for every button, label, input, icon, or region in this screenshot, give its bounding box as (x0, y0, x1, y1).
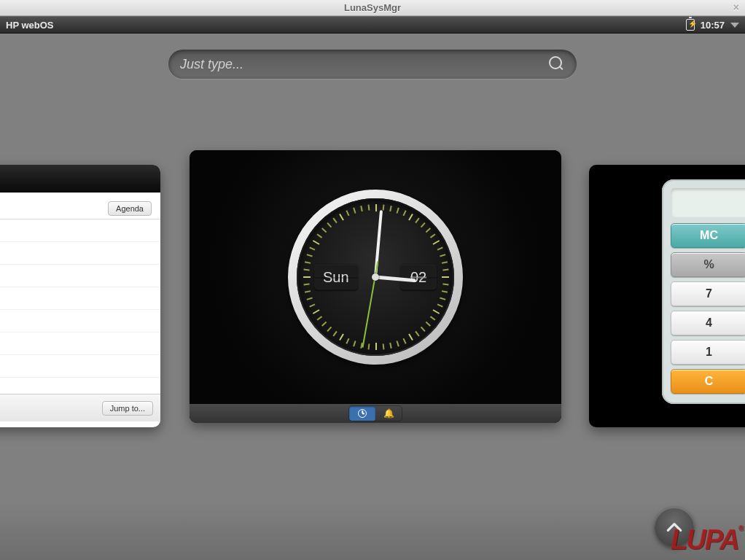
second-hand (362, 277, 375, 348)
agenda-button[interactable]: Agenda (108, 201, 152, 216)
clock-tick (317, 233, 323, 238)
status-time: 10:57 (701, 20, 725, 31)
dock-area: LUPA® (0, 502, 745, 560)
clock-tick (332, 218, 337, 224)
clock-tick (389, 343, 392, 349)
just-type-search[interactable] (168, 50, 577, 79)
clock-tick (307, 297, 313, 300)
clock-tick (432, 309, 440, 314)
clock-day-flap: Sun (314, 265, 358, 290)
clock-tick (368, 343, 370, 349)
clock-tick (309, 246, 315, 250)
clock-tick (415, 331, 419, 337)
clock-tick (442, 261, 448, 264)
clock-tick (346, 210, 349, 216)
calculator-display (671, 188, 745, 217)
clock-tick (442, 290, 448, 293)
clock-tick (383, 204, 385, 210)
card-calculator[interactable]: MC M % 7 8 4 5 1 2 (589, 165, 745, 427)
clock-tick (440, 297, 445, 300)
clock-center-pin (372, 273, 379, 281)
jump-to-button[interactable]: Jump to... (102, 401, 153, 416)
clock-tick (421, 327, 426, 332)
clock-tick (313, 240, 320, 245)
key-4[interactable]: 4 (671, 311, 745, 335)
card-clock[interactable]: Sun 02 🔔 (190, 150, 561, 423)
calendar-day-grid[interactable] (0, 219, 160, 394)
search-icon (549, 56, 565, 72)
clock-tick (389, 206, 392, 211)
host-window-title: LunaSysMgr (344, 2, 401, 13)
clock-tick (375, 204, 377, 211)
calculator-body: MC M % 7 8 4 5 1 2 (662, 179, 745, 404)
clock-tick (332, 331, 337, 337)
clock-tick (303, 276, 311, 278)
clock-tick (408, 214, 413, 221)
clock-tick (396, 341, 399, 346)
key-mc[interactable]: MC (671, 223, 745, 248)
webos-status-bar[interactable]: HP webOS ⚡ 10:57 (0, 16, 745, 34)
key-clear[interactable]: C (671, 369, 745, 394)
clock-tick (415, 218, 419, 224)
clock-tick (307, 254, 313, 257)
clock-tick (403, 210, 407, 216)
clock-tick (360, 206, 363, 211)
clock-tick (375, 343, 377, 350)
clock-tick (321, 228, 327, 233)
minute-hand (374, 210, 383, 277)
launcher-button[interactable] (655, 508, 694, 547)
clock-tick (339, 333, 344, 341)
analog-clock-face: Sun 02 (297, 198, 454, 356)
clock-tick (426, 228, 431, 233)
calendar-leather-header (0, 165, 160, 192)
clock-tick (321, 322, 327, 327)
close-icon[interactable]: × (733, 1, 739, 13)
clock-tick (442, 276, 449, 278)
clock-tab-bar: 🔔 (190, 404, 561, 423)
clock-icon (358, 409, 367, 418)
clock-tick (346, 338, 349, 344)
chevron-up-icon (665, 518, 684, 537)
clock-tick (353, 208, 356, 214)
clock-tick (403, 338, 407, 344)
host-window-titlebar: LunaSysMgr × (0, 0, 745, 16)
clock-bezel: Sun 02 (288, 190, 463, 365)
tab-clock[interactable] (349, 406, 375, 421)
clock-tick (396, 208, 399, 214)
bell-icon: 🔔 (383, 408, 394, 419)
chevron-down-icon[interactable] (730, 23, 739, 28)
clock-tick (437, 246, 443, 250)
clock-tick (317, 316, 323, 320)
clock-tick (421, 222, 426, 228)
clock-tick (432, 240, 440, 245)
key-7[interactable]: 7 (671, 281, 745, 306)
card-calendar[interactable]: 012 Agenda Jump to... (0, 165, 160, 427)
clock-tick (309, 304, 315, 308)
tab-alarm[interactable]: 🔔 (375, 406, 402, 421)
clock-tick (430, 316, 436, 320)
clock-tick (430, 233, 436, 238)
clock-tick (327, 222, 332, 228)
app-menu-label[interactable]: HP webOS (6, 20, 54, 31)
clock-tick (303, 269, 309, 271)
clock-tick (383, 343, 385, 349)
card-view-stage: 012 Agenda Jump to... Sun 02 (0, 34, 745, 560)
clock-tick (303, 284, 309, 286)
clock-tick (442, 269, 448, 271)
clock-tick (353, 341, 356, 346)
clock-tick (437, 304, 443, 308)
clock-tick (339, 214, 344, 221)
clock-tick (426, 322, 431, 327)
clock-tick (368, 204, 370, 210)
clock-tick (440, 254, 445, 257)
clock-tick (305, 290, 311, 293)
clock-tick (305, 261, 311, 264)
battery-charging-icon: ⚡ (686, 19, 695, 31)
clock-tick (327, 327, 332, 332)
key-1[interactable]: 1 (671, 340, 745, 365)
clock-tick (442, 284, 448, 286)
key-percent[interactable]: % (671, 252, 745, 277)
search-input[interactable] (180, 57, 549, 72)
clock-tick (408, 333, 413, 341)
clock-date-flap: 02 (400, 265, 437, 290)
